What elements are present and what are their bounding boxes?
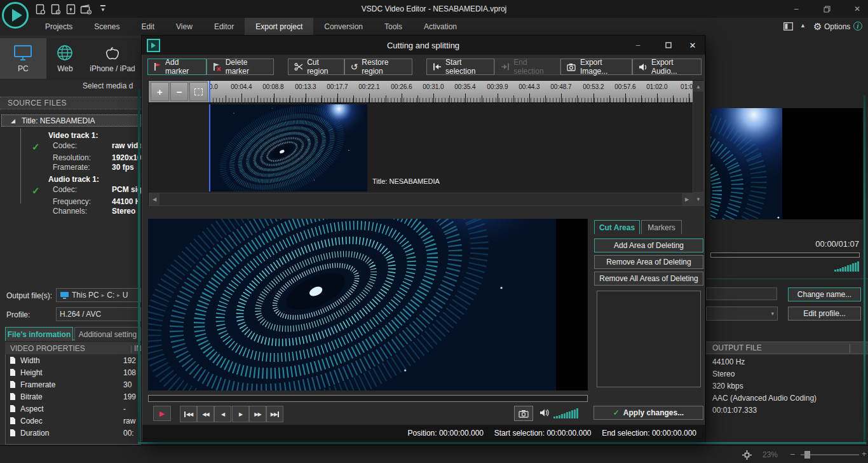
prop-row[interactable]: Bitrate199 [6,390,140,403]
timeline-ruler[interactable]: 0.0 00:04.4 00:08.8 00:13.3 00:17.7 00:2… [208,81,693,102]
path-c-drive[interactable]: C: [107,291,114,300]
export-project-icon[interactable] [80,4,93,15]
prop-row[interactable]: Duration00: [6,427,140,439]
timeline-vscrollbar[interactable]: ▲ [693,81,704,193]
timeline-track-area[interactable]: Title: NESABAMEDIA [149,102,693,193]
edit-profile-button[interactable]: Edit profile... [788,307,861,321]
info-icon[interactable]: i [853,22,862,31]
timeline-zoom-in-button[interactable]: + [151,82,169,101]
menu-edit[interactable]: Edit [130,18,165,36]
menu-projects[interactable]: Projects [34,18,83,36]
speaker-icon[interactable] [539,408,549,417]
cut-region-button[interactable]: Cut region [288,59,344,75]
restore-button[interactable] [820,3,834,15]
tab-device-iphone[interactable]: iPhone / iPad [84,38,141,79]
prop-row[interactable]: Height108 [6,366,140,378]
profile-dropdown[interactable]: ▾ [706,307,778,321]
timeline-zoom-out-button[interactable]: − [170,82,189,101]
fit-to-screen-icon[interactable] [742,450,752,460]
scroll-right-icon[interactable]: ▶ [682,193,692,205]
play-forward-button[interactable]: ▶ [232,406,249,422]
tree-expander-icon[interactable]: ◢ [11,118,15,124]
row-label: Framerate: [53,163,90,172]
scroll-up-icon[interactable]: ▲ [693,81,703,92]
export-audio-button[interactable]: Export Audio... [632,59,702,75]
dialog-volume-bars[interactable] [553,408,578,418]
save-project-icon[interactable] [66,4,76,15]
tab-cut-areas[interactable]: Cut Areas [594,220,640,234]
menu-scenes[interactable]: Scenes [83,18,130,36]
path-users[interactable]: U [123,291,128,300]
toolbar-more-icon[interactable]: ▼ [100,5,105,13]
skip-end-button[interactable]: ▶▶ [266,406,283,422]
snapshot-button[interactable] [514,406,533,421]
play-button[interactable]: ▶ [153,406,171,421]
menu-conversion[interactable]: Conversion [313,18,374,36]
output-name-input[interactable] [706,287,777,300]
menu-tools[interactable]: Tools [374,18,413,36]
options-label[interactable]: Options [824,22,850,31]
tab-device-web[interactable]: Web [46,38,84,79]
add-marker-button[interactable]: Add marker [147,59,207,75]
timeline-clip-thumbnail[interactable] [209,104,367,191]
playhead-marker[interactable] [209,81,210,102]
close-button[interactable]: ✕ [850,3,864,15]
timeline-selection-button[interactable] [189,82,208,101]
play-icon: ▶ [159,410,165,418]
rewind-button[interactable]: ◀◀ [197,406,214,422]
menu-editor[interactable]: Editor [203,18,245,36]
position-value: 00:00:00.000 [439,429,484,438]
fast-forward-button[interactable]: ▶▶ [249,406,266,422]
remove-area-button[interactable]: Remove Area of Deleting [594,255,703,269]
start-selection-button[interactable]: Start selection [426,59,494,75]
step-back-button[interactable]: ◀ [214,406,231,422]
tab-files-information[interactable]: File's information [5,327,73,341]
timeline-hscrollbar[interactable]: ◀ ▶ [149,193,693,206]
restore-region-button[interactable]: ↺ Restore region [344,59,413,75]
cut-areas-list[interactable] [597,291,701,387]
zoom-in-icon[interactable]: + [862,449,867,459]
skip-start-button[interactable]: ◀◀ [180,406,197,422]
scroll-down-icon[interactable]: ▼ [693,193,704,206]
path-this-pc[interactable]: This PC [72,291,99,300]
export-image-button[interactable]: Export Image... [560,59,632,75]
dialog-close-button[interactable]: ✕ [686,39,700,51]
prop-row[interactable]: Codecraw [6,415,140,427]
change-name-button[interactable]: Change name... [788,287,861,301]
tab-device-web-label: Web [57,64,72,73]
menu-export-project[interactable]: Export project [245,18,313,36]
dialog-seekbar[interactable] [148,395,588,402]
prop-row[interactable]: Framerate30 [6,378,140,390]
file-icon [10,380,16,389]
tab-additional-settings[interactable]: Additional setting [74,327,141,341]
output-path-field[interactable]: This PC▸ C:▸ U [56,288,141,302]
new-project-icon[interactable] [36,4,46,15]
end-selection-button[interactable]: End selection [494,59,560,75]
dialog-minimize-button[interactable]: – [631,39,645,51]
tab-device-pc[interactable]: PC [0,38,46,79]
profile-field[interactable]: H.264 / AVC [56,307,141,321]
minimize-button[interactable]: – [789,3,803,15]
layout-icon[interactable] [783,22,793,31]
add-area-button[interactable]: Add Area of Deleting [594,238,703,252]
dialog-maximize-button[interactable] [661,39,675,51]
scroll-left-icon[interactable]: ◀ [149,193,159,205]
preview-volume-bars[interactable] [834,261,859,272]
open-project-icon[interactable] [51,4,61,15]
apply-changes-button[interactable]: ✓ Apply changes... [593,406,703,420]
source-root-row[interactable]: ◢ Title: NESABAMEDIA [1,114,141,127]
preview-seekbar[interactable] [710,252,860,258]
start-selection-label: Start selection: [494,429,545,438]
zoom-slider-thumb[interactable] [804,451,810,459]
file-icon [10,404,16,413]
zoom-out-icon[interactable]: − [790,449,795,459]
gear-icon[interactable]: ⚙ [813,21,822,32]
remove-all-areas-button[interactable]: Remove All Areas of Deleting [594,272,703,286]
menu-activation[interactable]: Activation [413,18,468,36]
prop-row[interactable]: Width192 [6,354,140,366]
collapse-ribbon-icon[interactable]: ▲ [800,22,806,29]
delete-marker-button[interactable]: Delete marker [207,59,275,75]
prop-row[interactable]: Aspect- [6,403,140,415]
menu-view[interactable]: View [165,18,203,36]
tab-markers[interactable]: Markers [641,220,682,234]
